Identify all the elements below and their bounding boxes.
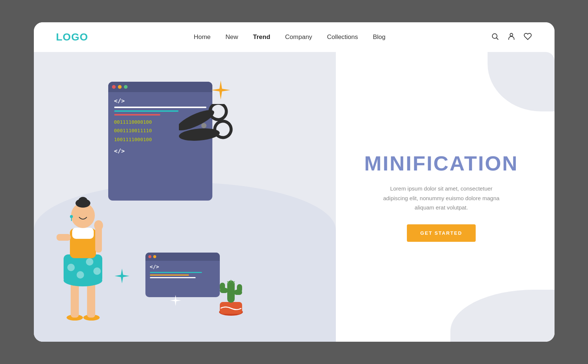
svg-rect-30 bbox=[227, 280, 235, 303]
person-illustration bbox=[54, 165, 112, 321]
main-window: LOGO Home New Trend Company Collections … bbox=[34, 22, 555, 342]
svg-point-21 bbox=[70, 215, 73, 218]
blob-top-right bbox=[488, 52, 555, 111]
small-line-1 bbox=[150, 272, 202, 273]
svg-rect-22 bbox=[71, 218, 72, 221]
svg-point-17 bbox=[94, 220, 103, 231]
sparkle-gold-icon bbox=[211, 80, 231, 100]
nav-actions bbox=[491, 32, 532, 42]
hero-title: MINIFICATION bbox=[364, 152, 518, 175]
svg-rect-14 bbox=[72, 228, 94, 239]
main-content: </> 0011110000100 0001110011110 10011110… bbox=[34, 52, 555, 342]
code-tag-top: </> bbox=[114, 97, 206, 104]
sparkle-teal-icon bbox=[114, 268, 130, 284]
small-dot-red bbox=[148, 255, 151, 258]
right-panel: MINIFICATION Lorem ipsum dolor sit amet,… bbox=[336, 52, 555, 342]
dot-red bbox=[112, 85, 116, 89]
blob-bottom-right bbox=[450, 290, 555, 342]
svg-point-10 bbox=[77, 271, 84, 279]
svg-rect-34 bbox=[237, 284, 242, 292]
small-code-tag: </> bbox=[150, 264, 215, 270]
scissors-icon bbox=[179, 104, 238, 149]
dot-yellow bbox=[118, 85, 122, 89]
right-content: MINIFICATION Lorem ipsum dolor sit amet,… bbox=[354, 152, 528, 241]
dot-green bbox=[124, 85, 128, 89]
nav-collections[interactable]: Collections bbox=[327, 33, 358, 41]
small-dot-yellow bbox=[153, 255, 156, 258]
svg-point-20 bbox=[78, 197, 87, 204]
code-tag-bottom: </> bbox=[114, 147, 206, 155]
illustration: </> 0011110000100 0001110011110 10011110… bbox=[34, 52, 336, 342]
window-bar bbox=[108, 82, 212, 92]
nav-home[interactable]: Home bbox=[194, 33, 211, 41]
code-line-3 bbox=[114, 114, 160, 116]
nav-trend[interactable]: Trend bbox=[253, 33, 270, 41]
svg-point-0 bbox=[492, 33, 497, 38]
search-icon[interactable] bbox=[491, 32, 499, 42]
code-line-2 bbox=[114, 110, 179, 112]
hero-description: Lorem ipsum dolor sit amet, consectetuer… bbox=[382, 184, 501, 212]
nav-company[interactable]: Company bbox=[285, 33, 312, 41]
code-window-small: </> bbox=[145, 253, 220, 297]
small-line-2 bbox=[150, 274, 189, 276]
svg-line-1 bbox=[497, 38, 498, 39]
header: LOGO Home New Trend Company Collections … bbox=[34, 22, 555, 52]
svg-rect-32 bbox=[220, 283, 225, 291]
cta-button[interactable]: GET STARTED bbox=[407, 224, 476, 242]
logo: LOGO bbox=[56, 31, 88, 43]
heart-icon[interactable] bbox=[524, 32, 532, 42]
user-icon[interactable] bbox=[507, 32, 515, 42]
svg-point-9 bbox=[67, 264, 75, 271]
svg-point-2 bbox=[510, 33, 513, 36]
illustration-panel: </> 0011110000100 0001110011110 10011110… bbox=[34, 52, 336, 342]
sparkle-white-icon bbox=[170, 295, 181, 306]
svg-rect-15 bbox=[57, 234, 71, 241]
small-window-bar bbox=[145, 253, 220, 261]
small-line-3 bbox=[150, 277, 196, 278]
plant-icon bbox=[212, 269, 250, 318]
svg-point-25 bbox=[208, 104, 228, 121]
svg-point-12 bbox=[93, 267, 101, 275]
nav-blog[interactable]: Blog bbox=[373, 33, 386, 41]
small-code-content: </> bbox=[145, 261, 220, 283]
main-nav: Home New Trend Company Collections Blog bbox=[194, 33, 386, 41]
nav-new[interactable]: New bbox=[225, 33, 238, 41]
svg-point-11 bbox=[86, 258, 93, 266]
